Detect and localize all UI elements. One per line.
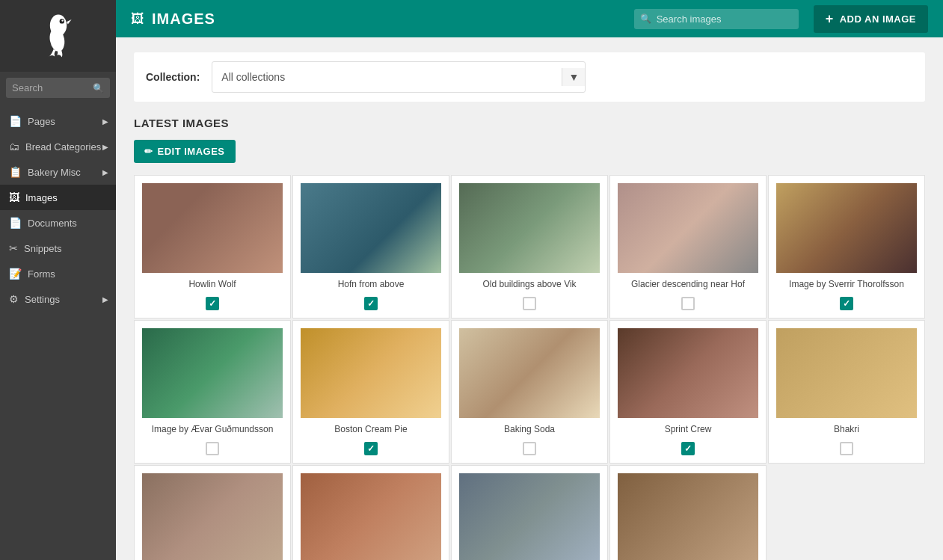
image-card[interactable] <box>292 465 449 560</box>
forms-icon: 📝 <box>9 268 22 280</box>
image-card[interactable]: Image by Sverrir Thorolfsson <box>768 175 925 319</box>
sidebar-search-container[interactable]: 🔍 <box>6 78 110 98</box>
header-search-input[interactable] <box>634 9 799 29</box>
sidebar-item-images[interactable]: 🖼 Images <box>0 185 116 210</box>
image-card[interactable]: Boston Cream Pie <box>292 320 449 464</box>
sidebar-item-bakery-misc[interactable]: 📋 Bakery Misc ▶ <box>0 159 116 185</box>
image-checkbox[interactable] <box>206 442 219 455</box>
edit-images-button[interactable]: ✏ EDIT IMAGES <box>134 140 236 163</box>
image-card[interactable]: Howlin Wolf <box>134 175 291 319</box>
sidebar: 🔍 📄 Pages ▶ 🗂 Bread Categories ▶ 📋 Baker… <box>0 0 116 560</box>
image-checkbox[interactable] <box>840 297 853 310</box>
sidebar-item-settings-label: Settings <box>25 294 60 305</box>
wagtail-logo-icon <box>40 13 76 58</box>
image-thumbnail <box>776 328 917 418</box>
image-thumbnail <box>301 183 441 273</box>
image-thumbnail <box>142 328 283 418</box>
image-thumbnail <box>618 473 758 560</box>
add-image-button-label: ADD AN IMAGE <box>840 13 916 25</box>
image-thumbnail <box>618 328 758 418</box>
sidebar-item-forms-label: Forms <box>28 268 55 280</box>
bakery-misc-chevron-icon: ▶ <box>102 168 108 176</box>
bread-categories-chevron-icon: ▶ <box>102 143 108 151</box>
image-card[interactable] <box>134 465 291 560</box>
header-search-wrapper: 🔍 <box>634 9 799 29</box>
header: 🖼 IMAGES 🔍 + ADD AN IMAGE <box>116 0 943 37</box>
sidebar-item-settings[interactable]: ⚙ Settings ▶ <box>0 286 116 312</box>
image-label: Boston Cream Pie <box>334 424 407 434</box>
image-card[interactable] <box>451 465 608 560</box>
image-card[interactable]: Sprint Crew <box>609 320 767 464</box>
sidebar-search-input[interactable] <box>12 82 90 93</box>
image-label: Hofn from above <box>338 279 405 289</box>
sidebar-item-snippets[interactable]: ✂ Snippets <box>0 236 116 261</box>
image-checkbox[interactable] <box>523 297 536 310</box>
bakery-misc-icon: 📋 <box>9 166 22 178</box>
image-thumbnail <box>142 473 283 560</box>
image-thumbnail <box>459 183 600 273</box>
snippets-icon: ✂ <box>9 242 18 254</box>
image-thumbnail <box>459 473 600 560</box>
image-thumbnail <box>301 473 441 560</box>
settings-icon: ⚙ <box>9 293 19 305</box>
image-label: Image by Ævar Guðmundsson <box>152 424 274 434</box>
add-image-button[interactable]: + ADD AN IMAGE <box>814 5 928 33</box>
bread-categories-icon: 🗂 <box>9 141 19 153</box>
image-checkbox[interactable] <box>364 442 378 455</box>
sidebar-item-bakery-misc-label: Bakery Misc <box>28 167 81 178</box>
sidebar-item-forms[interactable]: 📝 Forms <box>0 261 116 286</box>
image-label: Glacier descending near Hof <box>631 279 745 289</box>
documents-icon: 📄 <box>9 217 22 229</box>
sidebar-item-bread-categories[interactable]: 🗂 Bread Categories ▶ <box>0 134 116 159</box>
image-thumbnail <box>776 183 917 273</box>
image-label: Image by Sverrir Thorolfsson <box>789 279 904 289</box>
image-card[interactable]: Image by Ævar Guðmundsson <box>134 320 291 464</box>
image-card[interactable]: Baking Soda <box>451 320 608 464</box>
add-image-plus-icon: + <box>826 11 834 27</box>
image-card[interactable]: Glacier descending near Hof <box>609 175 767 319</box>
image-card[interactable]: Bhakri <box>768 320 925 464</box>
image-label: Old buildings above Vik <box>482 279 576 289</box>
svg-point-2 <box>61 19 63 21</box>
image-thumbnail <box>301 328 441 418</box>
collection-select[interactable]: All collections ▼ <box>212 61 586 93</box>
collection-bar: Collection: All collections ▼ <box>134 52 925 102</box>
image-card[interactable]: Hofn from above <box>292 175 449 319</box>
image-thumbnail <box>142 183 283 273</box>
sidebar-search-icon: 🔍 <box>93 83 104 93</box>
svg-marker-3 <box>67 19 71 24</box>
app-logo <box>0 0 116 72</box>
sidebar-nav: 📄 Pages ▶ 🗂 Bread Categories ▶ 📋 Bakery … <box>0 108 116 312</box>
main-content: 🖼 IMAGES 🔍 + ADD AN IMAGE Collection: Al… <box>116 0 943 560</box>
pages-chevron-icon: ▶ <box>102 117 108 126</box>
image-label: Bhakri <box>834 424 859 434</box>
images-icon: 🖼 <box>9 191 19 203</box>
content-area: Collection: All collections ▼ LATEST IMA… <box>116 37 943 560</box>
image-thumbnail <box>618 183 758 273</box>
pages-icon: 📄 <box>9 115 22 127</box>
sidebar-item-snippets-label: Snippets <box>24 243 62 254</box>
image-checkbox[interactable] <box>681 442 695 455</box>
header-images-icon: 🖼 <box>131 11 144 27</box>
image-checkbox[interactable] <box>206 297 219 310</box>
sidebar-item-bread-categories-label: Bread Categories <box>25 141 101 153</box>
image-checkbox[interactable] <box>840 442 853 455</box>
image-thumbnail <box>459 328 600 418</box>
sidebar-item-images-label: Images <box>25 192 58 203</box>
edit-pencil-icon: ✏ <box>144 146 153 157</box>
image-card[interactable] <box>609 465 767 560</box>
image-card[interactable]: Old buildings above Vik <box>451 175 608 319</box>
section-title: LATEST IMAGES <box>134 117 925 129</box>
image-checkbox[interactable] <box>523 442 536 455</box>
image-label: Baking Soda <box>504 424 555 434</box>
header-title: IMAGES <box>152 10 634 28</box>
sidebar-item-documents-label: Documents <box>28 218 77 229</box>
image-checkbox[interactable] <box>364 297 378 310</box>
image-checkbox[interactable] <box>681 297 695 310</box>
sidebar-item-pages[interactable]: 📄 Pages ▶ <box>0 108 116 134</box>
sidebar-item-pages-label: Pages <box>28 116 55 127</box>
collection-select-value: All collections <box>221 71 556 83</box>
collection-label: Collection: <box>146 71 200 83</box>
sidebar-item-documents[interactable]: 📄 Documents <box>0 210 116 236</box>
image-grid: Howlin WolfHofn from aboveOld buildings … <box>134 175 925 560</box>
